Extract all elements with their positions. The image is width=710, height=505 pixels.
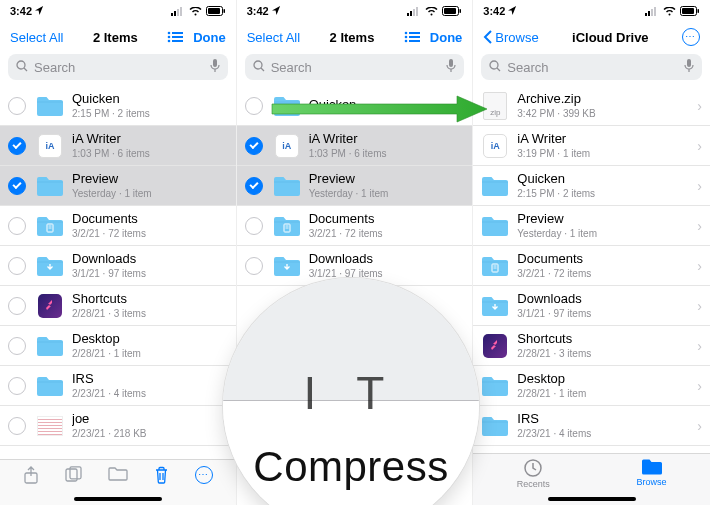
item-subtitle: 2/28/21 · 1 item bbox=[517, 388, 693, 399]
item-title: Preview bbox=[72, 172, 228, 186]
tab-recents[interactable]: Recents bbox=[517, 458, 550, 489]
svg-rect-1 bbox=[174, 11, 176, 16]
list-item[interactable]: Desktop 2/28/21 · 1 item › bbox=[473, 366, 710, 406]
item-icon bbox=[36, 174, 64, 198]
item-subtitle: Yesterday · 1 item bbox=[72, 188, 228, 199]
svg-rect-12 bbox=[172, 40, 183, 42]
item-title: iA Writer bbox=[72, 132, 228, 146]
select-circle[interactable] bbox=[8, 377, 26, 395]
item-subtitle: Yesterday · 1 item bbox=[517, 228, 693, 239]
more-icon[interactable]: ⋯ bbox=[195, 466, 213, 484]
item-icon: iA bbox=[36, 134, 64, 158]
item-subtitle: 2/23/21 · 4 items bbox=[517, 428, 693, 439]
select-circle[interactable] bbox=[8, 257, 26, 275]
trash-icon[interactable] bbox=[154, 466, 169, 484]
item-title: IRS bbox=[72, 372, 228, 386]
item-subtitle: 2/28/21 · 3 items bbox=[517, 348, 693, 359]
svg-rect-8 bbox=[172, 32, 183, 34]
select-circle[interactable] bbox=[245, 217, 263, 235]
select-circle[interactable] bbox=[8, 137, 26, 155]
move-icon[interactable] bbox=[108, 466, 128, 481]
dictate-icon[interactable] bbox=[446, 59, 456, 76]
svg-rect-35 bbox=[409, 40, 420, 42]
search-field[interactable]: Search bbox=[8, 54, 228, 80]
item-icon bbox=[273, 214, 301, 238]
chevron-right-icon: › bbox=[697, 298, 702, 314]
item-subtitle: 3:42 PM · 399 KB bbox=[517, 108, 693, 119]
item-title: Archive.zip bbox=[517, 92, 693, 106]
list-item[interactable]: Preview Yesterday · 1 item bbox=[237, 166, 473, 206]
svg-rect-43 bbox=[645, 13, 647, 16]
status-bar: 3:42 bbox=[0, 0, 236, 22]
back-label: Browse bbox=[495, 30, 538, 45]
select-circle[interactable] bbox=[245, 177, 263, 195]
select-circle[interactable] bbox=[245, 97, 263, 115]
dictate-icon[interactable] bbox=[684, 59, 694, 76]
search-field[interactable]: Search bbox=[245, 54, 465, 80]
search-field[interactable]: Search bbox=[481, 54, 702, 80]
wifi-icon bbox=[425, 7, 438, 16]
search-icon bbox=[489, 60, 501, 75]
compress-menu-item[interactable]: Compress bbox=[253, 443, 448, 491]
select-circle[interactable] bbox=[8, 97, 26, 115]
list-item[interactable]: Downloads 3/1/21 · 97 items › bbox=[473, 286, 710, 326]
item-title: Preview bbox=[309, 172, 465, 186]
select-all-button[interactable]: Select All bbox=[10, 30, 63, 45]
list-item[interactable]: iA iA Writer 1:03 PM · 6 items bbox=[237, 126, 473, 166]
list-item[interactable]: Desktop 2/28/21 · 1 item bbox=[0, 326, 236, 366]
svg-rect-3 bbox=[180, 7, 182, 16]
search-icon bbox=[253, 60, 265, 75]
item-title: joe bbox=[72, 412, 228, 426]
item-subtitle: 3/2/21 · 72 items bbox=[517, 268, 693, 279]
item-subtitle: 1:03 PM · 6 items bbox=[72, 148, 228, 159]
list-item[interactable]: Quicken 2:15 PM · 2 items bbox=[0, 86, 236, 126]
back-button[interactable]: Browse bbox=[483, 30, 538, 45]
item-icon bbox=[36, 94, 64, 118]
list-item[interactable]: Documents 3/2/21 · 72 items bbox=[237, 206, 473, 246]
select-circle[interactable] bbox=[8, 217, 26, 235]
list-item[interactable]: Preview Yesterday · 1 item bbox=[0, 166, 236, 206]
list-item[interactable]: iA iA Writer 3:19 PM · 1 item › bbox=[473, 126, 710, 166]
item-subtitle: 2:15 PM · 2 items bbox=[72, 108, 228, 119]
select-circle[interactable] bbox=[8, 417, 26, 435]
status-bar: 3:42 bbox=[237, 0, 473, 22]
list-item[interactable]: zip Archive.zip 3:42 PM · 399 KB › bbox=[473, 86, 710, 126]
list-item[interactable]: Shortcuts 2/28/21 · 3 items › bbox=[473, 326, 710, 366]
list-item[interactable]: Documents 3/2/21 · 72 items › bbox=[473, 246, 710, 286]
select-circle[interactable] bbox=[245, 257, 263, 275]
view-options-icon[interactable] bbox=[167, 31, 183, 43]
list-item[interactable]: Shortcuts 2/28/21 · 3 items bbox=[0, 286, 236, 326]
list-item[interactable]: IRS 2/23/21 · 4 items › bbox=[473, 406, 710, 446]
list-item[interactable]: iA iA Writer 1:03 PM · 6 items bbox=[0, 126, 236, 166]
list-item[interactable]: Documents 3/2/21 · 72 items bbox=[0, 206, 236, 246]
svg-rect-46 bbox=[654, 7, 656, 16]
duplicate-icon[interactable] bbox=[65, 466, 83, 482]
search-placeholder: Search bbox=[507, 60, 548, 75]
select-all-button[interactable]: Select All bbox=[247, 30, 300, 45]
list-item[interactable]: Downloads 3/1/21 · 97 items bbox=[0, 246, 236, 286]
signal-icon bbox=[407, 7, 421, 16]
item-title: Documents bbox=[72, 212, 228, 226]
more-icon[interactable]: ⋯ bbox=[682, 28, 700, 46]
item-icon bbox=[36, 294, 64, 318]
select-circle[interactable] bbox=[8, 297, 26, 315]
list-item[interactable]: Quicken 2:15 PM · 2 items › bbox=[473, 166, 710, 206]
svg-line-14 bbox=[24, 68, 27, 71]
select-circle[interactable] bbox=[245, 137, 263, 155]
list-item[interactable]: Preview Yesterday · 1 item › bbox=[473, 206, 710, 246]
dictate-icon[interactable] bbox=[210, 59, 220, 76]
select-circle[interactable] bbox=[8, 337, 26, 355]
done-button[interactable]: Done bbox=[193, 30, 226, 45]
item-title: iA Writer bbox=[309, 132, 465, 146]
share-icon[interactable] bbox=[23, 466, 39, 484]
list-item[interactable]: IRS 2/23/21 · 4 items bbox=[0, 366, 236, 406]
item-icon: iA bbox=[481, 134, 509, 158]
tab-browse[interactable]: Browse bbox=[637, 458, 667, 487]
done-button[interactable]: Done bbox=[430, 30, 463, 45]
file-list: Quicken 2:15 PM · 2 items iA iA Writer 1… bbox=[0, 86, 236, 446]
list-item[interactable]: Quicken bbox=[237, 86, 473, 126]
list-item[interactable]: joe 2/23/21 · 218 KB bbox=[0, 406, 236, 446]
view-options-icon[interactable] bbox=[404, 31, 420, 43]
select-circle[interactable] bbox=[8, 177, 26, 195]
svg-point-50 bbox=[490, 61, 498, 69]
